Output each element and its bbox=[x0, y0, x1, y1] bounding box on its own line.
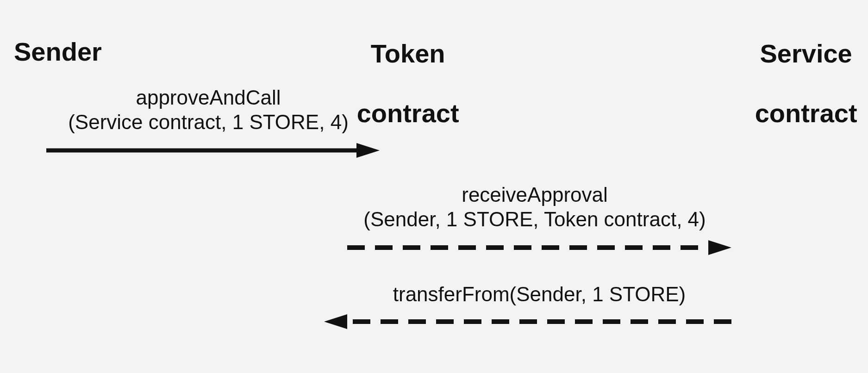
arrow-approve-and-call bbox=[46, 141, 380, 160]
actor-sender: Sender bbox=[14, 37, 102, 67]
sequence-diagram: Sender Token contract Service contract a… bbox=[0, 0, 868, 373]
svg-marker-3 bbox=[708, 240, 731, 255]
msg3-line1: transferFrom(Sender, 1 STORE) bbox=[393, 283, 686, 305]
svg-marker-5 bbox=[324, 314, 347, 329]
actor-service-contract: Service contract bbox=[722, 9, 861, 158]
msg-approve-and-call-label: approveAndCall (Service contract, 1 STOR… bbox=[46, 86, 370, 135]
msg2-line1: receiveApproval bbox=[462, 183, 608, 206]
actor-token-line2: contract bbox=[357, 99, 459, 128]
actor-token-contract: Token contract bbox=[324, 9, 463, 158]
msg2-line2: (Sender, 1 STORE, Token contract, 4) bbox=[363, 208, 706, 230]
svg-marker-1 bbox=[356, 143, 380, 158]
arrow-transfer-from bbox=[324, 312, 731, 331]
msg-receive-approval-label: receiveApproval (Sender, 1 STORE, Token … bbox=[326, 183, 743, 232]
actor-service-line2: contract bbox=[755, 99, 857, 128]
msg1-line1: approveAndCall bbox=[136, 86, 281, 109]
msg1-line2: (Service contract, 1 STORE, 4) bbox=[68, 111, 349, 133]
actor-token-line1: Token bbox=[371, 39, 445, 68]
msg-transfer-from-label: transferFrom(Sender, 1 STORE) bbox=[347, 282, 731, 307]
actor-service-line1: Service bbox=[760, 39, 852, 68]
arrow-receive-approval bbox=[347, 238, 731, 257]
